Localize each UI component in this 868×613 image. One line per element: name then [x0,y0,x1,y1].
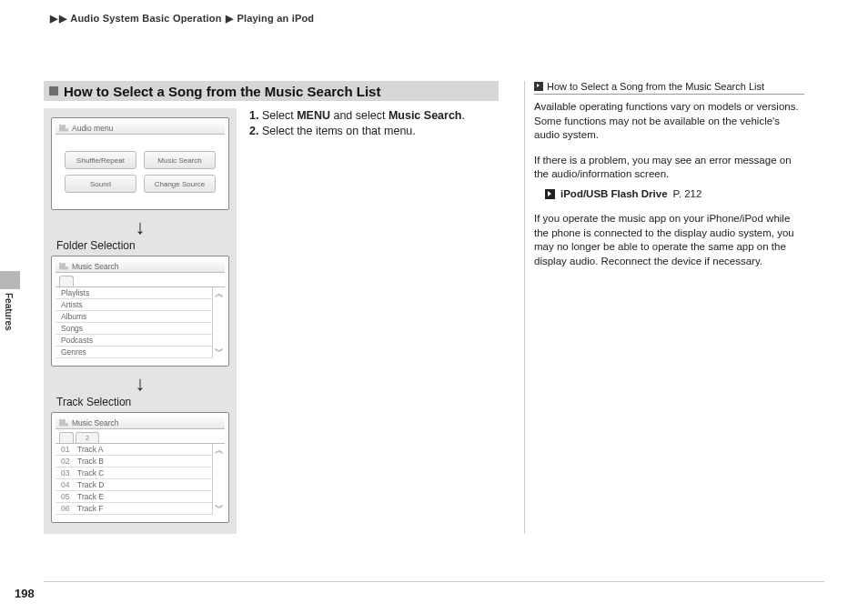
cross-reference[interactable]: iPod/USB Flash Drive P. 212 [545,187,804,202]
step-label: Folder Selection [56,239,229,252]
section-tab-label: Features [4,293,14,331]
chevron-icon: ▶ [59,13,66,24]
instructions: 1. Select MENU and select Music Search. … [249,108,499,534]
sidebar-title: How to Select a Song from the Music Sear… [547,81,764,92]
menu-button[interactable]: Music Search [144,151,216,169]
square-bullet-icon [49,86,58,95]
scrollbar[interactable]: ︽ ︾ [212,287,225,358]
list-item[interactable]: Playlists [56,287,212,299]
list-item[interactable]: Genres [56,347,212,358]
xref-page: P. 212 [673,187,702,202]
xref-label: iPod/USB Flash Drive [560,187,668,202]
arrow-box-icon [545,189,555,199]
screen-music-search: Music Search Playlists Artists Albums So… [51,256,229,367]
list-item[interactable]: Songs [56,323,212,335]
screen-header: Music Search [72,262,119,271]
tab[interactable] [59,432,74,443]
footer-rule [44,581,824,582]
tab[interactable]: 2 [76,432,99,443]
list-item[interactable]: 02Track B [56,456,212,467]
section-header: How to Select a Song from the Music Sear… [44,81,499,101]
page-number: 198 [15,587,35,600]
menu-button[interactable]: Shuffle/Repeat [65,151,136,169]
screen-header: Music Search [72,418,119,427]
section-tab: Features [0,271,20,327]
chevron-up-icon[interactable]: ︽ [215,289,224,298]
list-item[interactable]: 06Track F [56,503,212,515]
chevron-up-icon[interactable]: ︽ [215,446,224,455]
music-note-icon [59,125,68,132]
step-label: Track Selection [56,396,229,408]
music-note-icon [59,419,68,427]
list-item[interactable]: 03Track C [56,467,212,479]
breadcrumb: ▶▶ Audio System Basic Operation ▶ Playin… [44,13,824,25]
list-item[interactable]: 05Track E [56,491,212,503]
menu-button[interactable]: Sound [65,175,136,193]
breadcrumb-part: Playing an iPod [237,13,314,24]
screen-track-list: Music Search 2 01Track A 02Track B 03Tra… [51,412,229,523]
screenshots-panel: Audio menu Shuffle/Repeat Music Search S… [44,108,237,534]
list-item[interactable]: 04Track D [56,479,212,491]
scrollbar[interactable]: ︽ ︾ [212,444,225,515]
list-item[interactable]: 01Track A [56,444,212,456]
chevron-icon: ▶ [50,13,57,24]
breadcrumb-part: Audio System Basic Operation [70,13,221,24]
music-note-icon [59,263,68,270]
info-box-icon [534,82,543,91]
down-arrow-icon: ↓ [51,217,229,237]
list-item[interactable]: Albums [56,311,212,323]
sidebar-text: If there is a problem, you may see an er… [534,154,804,182]
chevron-icon: ▶ [226,13,233,24]
instruction-step: 2. Select the items on that menu. [249,124,499,139]
down-arrow-icon: ↓ [51,374,229,394]
screen-header: Audio menu [72,124,113,133]
chevron-down-icon[interactable]: ︾ [215,347,224,357]
menu-button[interactable]: Change Source [144,175,216,193]
instruction-step: 1. Select MENU and select Music Search. [249,108,499,124]
screen-audio-menu: Audio menu Shuffle/Repeat Music Search S… [51,117,229,210]
list-item[interactable]: Artists [56,299,212,311]
sidebar-header: How to Select a Song from the Music Sear… [534,81,804,95]
section-title: How to Select a Song from the Music Sear… [64,84,380,99]
sidebar-text: Available operating functions vary on mo… [534,100,804,143]
sidebar-text: If you operate the music app on your iPh… [534,212,804,268]
tab[interactable] [59,276,74,286]
chevron-down-icon[interactable]: ︾ [215,504,224,513]
list-item[interactable]: Podcasts [56,335,212,347]
